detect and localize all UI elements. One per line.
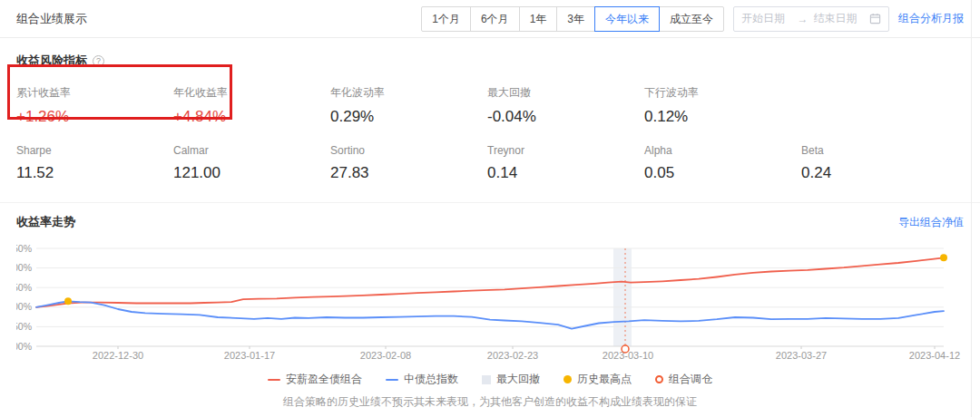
metric-label: Beta <box>801 144 958 157</box>
metric-年化波动率: 年化波动率0.29% <box>330 85 487 126</box>
legend-label: 历史最高点 <box>577 372 632 387</box>
range-button-2[interactable]: 1年 <box>519 6 558 32</box>
legend-label: 安薪盈全债组合 <box>286 372 362 387</box>
metrics-section-title: 收益风险指标 <box>16 53 87 69</box>
metric-label: 累计收益率 <box>16 85 173 101</box>
legend-square-icon <box>482 375 491 384</box>
range-button-1[interactable]: 6个月 <box>470 6 520 32</box>
metric-value: +1.26% <box>16 108 173 126</box>
x-axis-label: 2023-02-08 <box>360 350 411 361</box>
panel-header: 组合业绩展示 1个月6个月1年3年今年以来成立至今 开始日期 → 结束日期 组合… <box>0 0 980 38</box>
x-axis-label: 2023-02-23 <box>487 350 538 361</box>
metric-label: 最大回撤 <box>487 85 644 101</box>
range-button-0[interactable]: 1个月 <box>421 6 471 32</box>
metric-最大回撤: 最大回撤-0.04% <box>487 85 644 126</box>
y-axis-label: 1.00% <box>16 262 32 273</box>
legend-label: 组合调仓 <box>669 372 712 387</box>
end-date-input[interactable]: 结束日期 <box>814 11 865 26</box>
metric-Sortino: Sortino27.83 <box>330 144 487 182</box>
metrics-row-0: 累计收益率+1.26%年化收益率+4.84%年化波动率0.29%最大回撤-0.0… <box>16 85 964 126</box>
metric-label: 下行波动率 <box>644 85 801 101</box>
start-date-input[interactable]: 开始日期 <box>741 11 792 26</box>
metric-value: 0.14 <box>487 164 644 182</box>
x-axis-label: 2023-04-12 <box>909 350 960 361</box>
y-axis-label: -0.50% <box>16 321 32 332</box>
high-point-marker[interactable] <box>940 254 947 261</box>
metric-label: Treynor <box>487 144 644 157</box>
returns-line-chart[interactable]: 1.50%1.00%0.50%0.00%-0.50%-1.00%2022-12-… <box>16 239 964 364</box>
metric-value: -0.04% <box>487 108 644 126</box>
legend-line-icon <box>268 379 280 381</box>
metric-Sharpe: Sharpe11.52 <box>16 144 173 182</box>
help-icon[interactable]: ? <box>93 55 104 67</box>
metrics-grid: 累计收益率+1.26%年化收益率+4.84%年化波动率0.29%最大回撤-0.0… <box>16 85 964 182</box>
y-axis-label: 1.50% <box>16 243 32 254</box>
metric-label: Sortino <box>330 144 487 157</box>
metric-下行波动率: 下行波动率0.12% <box>644 85 801 126</box>
max-drawdown-band <box>613 248 632 346</box>
metrics-row-1: Sharpe11.52Calmar121.00Sortino27.83Treyn… <box>16 144 964 182</box>
legend-item-1[interactable]: 中债总指数 <box>386 372 458 387</box>
legend-item-4[interactable]: 组合调仓 <box>655 372 712 387</box>
metric-value: 0.24 <box>801 164 958 182</box>
range-button-5[interactable]: 成立至今 <box>659 6 724 32</box>
legend-item-3[interactable]: 历史最高点 <box>564 372 632 387</box>
metric-value: 0.05 <box>644 164 801 182</box>
series-line-1[interactable] <box>36 301 944 328</box>
legend-line-icon <box>386 379 398 381</box>
portfolio-performance-panel: 组合业绩展示 1个月6个月1年3年今年以来成立至今 开始日期 → 结束日期 组合… <box>0 0 980 417</box>
metric-年化收益率: 年化收益率+4.84% <box>173 85 330 126</box>
metric-label: 年化波动率 <box>330 85 487 101</box>
legend-item-0[interactable]: 安薪盈全债组合 <box>268 372 362 387</box>
time-range-button-group: 1个月6个月1年3年今年以来成立至今 <box>421 6 724 32</box>
metric-value: +4.84% <box>173 108 330 126</box>
trend-section-title: 收益率走势 <box>16 214 75 230</box>
metric-Treynor: Treynor0.14 <box>487 144 644 182</box>
metric-label: Sharpe <box>16 144 173 157</box>
x-axis-label: 2023-01-17 <box>224 350 275 361</box>
page-title: 组合业绩展示 <box>16 11 87 27</box>
range-button-3[interactable]: 3年 <box>556 6 595 32</box>
arrow-right-icon: → <box>798 13 808 25</box>
disclaimer-text: 组合策略的历史业绩不预示其未来表现，为其他客户创造的收益不构成业绩表现的保证 <box>16 394 964 410</box>
chart-legend: 安薪盈全债组合中债总指数最大回撤历史最高点组合调仓 <box>16 372 964 387</box>
high-point-marker[interactable] <box>64 297 72 305</box>
return-trend-section: 收益率走势 导出组合净值 1.50%1.00%0.50%0.00%-0.50%-… <box>0 202 980 410</box>
rebalance-marker-icon[interactable] <box>622 345 629 353</box>
risk-metrics-section: 收益风险指标 ? 累计收益率+1.26%年化收益率+4.84%年化波动率0.29… <box>0 38 980 202</box>
monthly-report-link[interactable]: 组合分析月报 <box>898 11 964 26</box>
metric-label: Alpha <box>644 144 801 157</box>
metric-累计收益率: 累计收益率+1.26% <box>16 85 173 126</box>
metric-value: 27.83 <box>330 164 487 182</box>
y-axis-label: 0.00% <box>16 301 32 312</box>
series-line-0[interactable] <box>36 257 944 306</box>
legend-dot-icon <box>564 375 572 383</box>
header-controls: 1个月6个月1年3年今年以来成立至今 开始日期 → 结束日期 组合分析月报 <box>421 6 964 32</box>
metric-Beta: Beta0.24 <box>801 144 958 182</box>
metric-label: Calmar <box>173 144 330 157</box>
calendar-icon <box>869 13 881 24</box>
metric-value: 0.29% <box>330 108 487 126</box>
metric-label: 年化收益率 <box>173 85 330 101</box>
y-axis-label: 0.50% <box>16 282 32 293</box>
date-range-picker[interactable]: 开始日期 → 结束日期 <box>733 6 889 32</box>
metric-value: 121.00 <box>173 164 330 182</box>
legend-ring-icon <box>655 375 663 383</box>
metric-value: 11.52 <box>16 164 173 182</box>
legend-item-2[interactable]: 最大回撤 <box>482 372 540 387</box>
x-axis-label: 2023-03-27 <box>776 350 827 361</box>
x-axis-label: 2022-12-30 <box>93 350 143 361</box>
metric-Alpha: Alpha0.05 <box>644 144 801 182</box>
export-net-value-link[interactable]: 导出组合净值 <box>898 215 964 230</box>
metric-value: 0.12% <box>644 108 801 126</box>
legend-label: 最大回撤 <box>496 372 540 387</box>
y-axis-label: -1.00% <box>16 341 32 352</box>
metric-Calmar: Calmar121.00 <box>173 144 330 182</box>
legend-label: 中债总指数 <box>404 372 458 387</box>
range-button-4[interactable]: 今年以来 <box>594 6 660 32</box>
page-right-divider <box>971 0 972 417</box>
